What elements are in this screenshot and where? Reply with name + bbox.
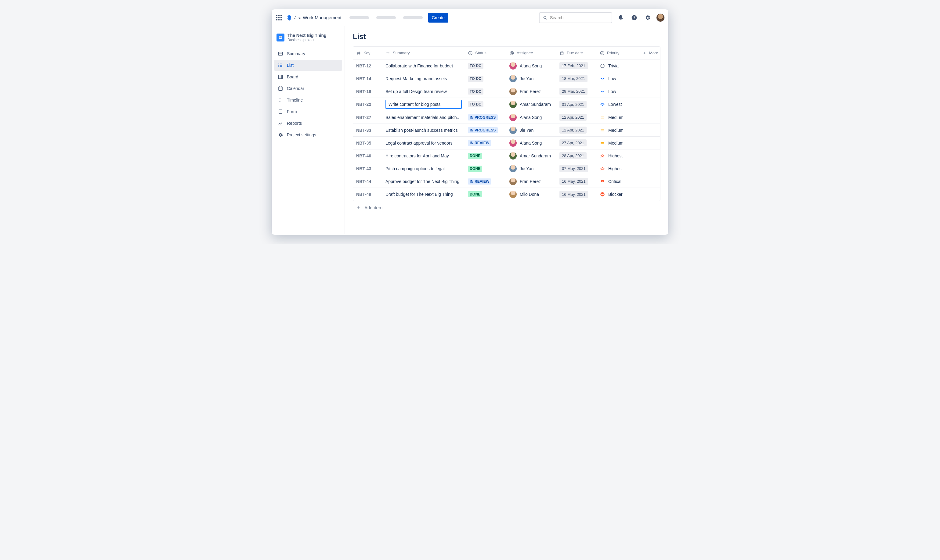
issue-key[interactable]: NBT-44 [353, 177, 382, 186]
app-switcher-icon[interactable] [275, 14, 283, 22]
col-header-key[interactable]: Key [353, 49, 382, 57]
status-cell[interactable]: TO DO [465, 61, 506, 71]
sidebar-item-form[interactable]: Form [274, 106, 342, 117]
summary-edit-input[interactable]: Write content for blog posts [385, 100, 462, 109]
summary-cell[interactable]: Request Marketing brand assets [382, 74, 465, 83]
col-header-more[interactable]: More [640, 49, 656, 57]
status-cell[interactable]: TO DO [465, 74, 506, 83]
issue-key[interactable]: NBT-12 [353, 62, 382, 70]
priority-cell[interactable]: Trivial [597, 61, 640, 71]
issue-key[interactable]: NBT-18 [353, 87, 382, 96]
summary-cell[interactable]: Collaborate with Finance for budget [382, 62, 465, 70]
due-cell[interactable]: 17 Feb, 2021 [556, 60, 597, 71]
due-cell[interactable]: 27 Apr, 2021 [556, 138, 597, 148]
assignee-cell[interactable]: Jie Yan [506, 163, 556, 174]
add-item-button[interactable]: + Add item [353, 201, 660, 214]
issue-key[interactable]: NBT-40 [353, 152, 382, 160]
table-row[interactable]: NBT-14Request Marketing brand assetsTO D… [353, 72, 660, 85]
summary-cell[interactable]: Sales enablement materials and pitch.. [382, 113, 465, 122]
table-row[interactable]: NBT-33Establish post-launch success metr… [353, 124, 660, 137]
sidebar-item-timeline[interactable]: Timeline [274, 95, 342, 106]
priority-cell[interactable]: Highest [597, 164, 640, 173]
status-cell[interactable]: TO DO [465, 99, 506, 109]
priority-cell[interactable]: Critical [597, 177, 640, 186]
nav-placeholder[interactable] [403, 16, 423, 19]
col-header-assignee[interactable]: Assignee [506, 49, 556, 57]
sidebar-item-reports[interactable]: Reports [274, 118, 342, 129]
summary-cell[interactable]: Approve budget for The Next Big Thing [382, 177, 465, 186]
assignee-cell[interactable]: Amar Sundaram [506, 150, 556, 162]
sidebar-item-project-settings[interactable]: Project settings [274, 129, 342, 140]
summary-cell[interactable]: Hire contractors for April and May [382, 152, 465, 160]
sidebar-item-summary[interactable]: Summary [274, 48, 342, 59]
due-cell[interactable]: 07 May, 2021 [556, 163, 597, 174]
priority-cell[interactable]: Medium [597, 126, 640, 135]
status-cell[interactable]: IN PROGRESS [465, 112, 506, 122]
help-icon[interactable]: ? [629, 13, 639, 23]
nav-placeholder[interactable] [350, 16, 369, 19]
search-input[interactable] [550, 15, 609, 20]
assignee-cell[interactable]: Jie Yan [506, 125, 556, 136]
summary-cell[interactable]: Write content for blog posts [382, 98, 465, 111]
table-row[interactable]: NBT-35Legal contract approval for vendor… [353, 137, 660, 149]
summary-cell[interactable]: Draft budget for The Next Big Thing [382, 190, 465, 198]
status-cell[interactable]: IN REVIEW [465, 138, 506, 148]
table-row[interactable]: NBT-44Approve budget for The Next Big Th… [353, 175, 660, 188]
due-cell[interactable]: 16 May, 2021 [556, 176, 597, 187]
product-logo[interactable]: Jira Work Management [286, 15, 342, 21]
sidebar-item-calendar[interactable]: Calendar [274, 83, 342, 94]
table-row[interactable]: NBT-27Sales enablement materials and pit… [353, 111, 660, 124]
issue-key[interactable]: NBT-22 [353, 100, 382, 109]
col-header-priority[interactable]: Priority [597, 49, 640, 57]
table-row[interactable]: NBT-22Write content for blog postsTO DOA… [353, 98, 660, 111]
summary-cell[interactable]: Legal contract approval for vendors [382, 139, 465, 147]
search-box[interactable] [539, 12, 612, 23]
summary-cell[interactable]: Pitch campaign options to legal [382, 165, 465, 173]
due-cell[interactable]: 12 Apr, 2021 [556, 112, 597, 123]
priority-cell[interactable]: Highest [597, 151, 640, 160]
nav-placeholder[interactable] [376, 16, 396, 19]
issue-key[interactable]: NBT-35 [353, 139, 382, 147]
status-cell[interactable]: IN PROGRESS [465, 125, 506, 135]
priority-cell[interactable]: Lowest [597, 100, 640, 109]
summary-cell[interactable]: Establish post-launch success metrics [382, 126, 465, 134]
table-row[interactable]: NBT-40Hire contractors for April and May… [353, 149, 660, 162]
col-header-status[interactable]: Status [465, 49, 506, 57]
user-avatar[interactable] [656, 14, 665, 22]
priority-cell[interactable]: Low [597, 74, 640, 83]
assignee-cell[interactable]: Alana Song [506, 138, 556, 149]
issue-key[interactable]: NBT-43 [353, 165, 382, 173]
status-cell[interactable]: TO DO [465, 87, 506, 96]
create-button[interactable]: Create [428, 13, 448, 23]
table-row[interactable]: NBT-18Set up a full Design team reviewTO… [353, 85, 660, 98]
table-row[interactable]: NBT-43Pitch campaign options to legalDON… [353, 162, 660, 175]
sidebar-item-board[interactable]: Board [274, 71, 342, 82]
sidebar-item-list[interactable]: List [274, 60, 342, 71]
status-cell[interactable]: DONE [465, 151, 506, 161]
priority-cell[interactable]: Medium [597, 138, 640, 148]
due-cell[interactable]: 12 Apr, 2021 [556, 125, 597, 135]
col-header-due[interactable]: Due date [556, 49, 597, 57]
project-card[interactable]: The Next Big Thing Business project [274, 31, 342, 44]
due-cell[interactable]: 18 Mar, 2021 [556, 73, 597, 84]
due-cell[interactable]: 29 Mar, 2021 [556, 86, 597, 97]
assignee-cell[interactable]: Amar Sundaram [506, 99, 556, 110]
priority-cell[interactable]: Medium [597, 113, 640, 122]
assignee-cell[interactable]: Jie Yan [506, 73, 556, 84]
status-cell[interactable]: IN REVIEW [465, 177, 506, 186]
priority-cell[interactable]: Blocker [597, 190, 640, 199]
assignee-cell[interactable]: Alana Song [506, 60, 556, 71]
assignee-cell[interactable]: Alana Song [506, 112, 556, 123]
table-row[interactable]: NBT-12Collaborate with Finance for budge… [353, 60, 660, 72]
status-cell[interactable]: DONE [465, 164, 506, 174]
priority-cell[interactable]: Low [597, 87, 640, 96]
table-row[interactable]: NBT-49Draft budget for The Next Big Thin… [353, 188, 660, 201]
issue-key[interactable]: NBT-33 [353, 126, 382, 134]
notifications-icon[interactable] [616, 13, 626, 23]
status-cell[interactable]: DONE [465, 189, 506, 199]
issue-key[interactable]: NBT-27 [353, 113, 382, 122]
assignee-cell[interactable]: Milo Dona [506, 189, 556, 200]
due-cell[interactable]: 01 Apr, 2021 [556, 99, 597, 110]
assignee-cell[interactable]: Fran Perez [506, 176, 556, 187]
issue-key[interactable]: NBT-49 [353, 190, 382, 198]
